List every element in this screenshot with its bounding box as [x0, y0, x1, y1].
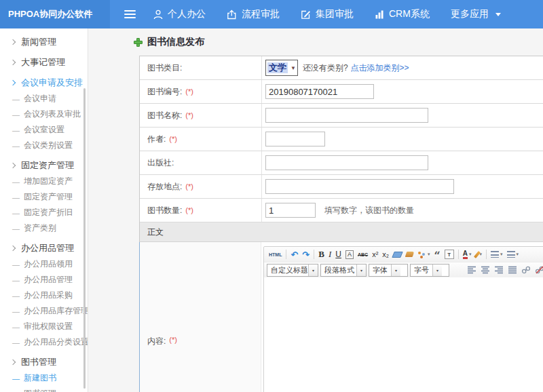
format-painter-button[interactable] [404, 248, 415, 260]
sidebar-item-book-new[interactable]: —新建图书 [0, 370, 88, 386]
sidebar-item-supplies-purchase[interactable]: —办公用品采购 [0, 288, 88, 303]
add-plus-icon [134, 38, 143, 47]
strikethrough-button[interactable]: ABC [356, 248, 370, 260]
custom-title-select[interactable]: 自定义标题▾ [267, 264, 318, 277]
nav-group-approval[interactable]: 集团审批 [301, 8, 354, 20]
sidebar-group-assets[interactable]: 固定资产管理 [0, 157, 88, 174]
book-code-input[interactable] [265, 84, 374, 99]
sidebar-item-asset-category[interactable]: —资产类别 [0, 220, 88, 236]
editor-content-area[interactable] [264, 277, 543, 392]
dash-icon: — [12, 260, 20, 269]
sidebar-item-book-manage[interactable]: —图书管理 [0, 386, 88, 392]
sidebar-group-books[interactable]: 图书管理 [0, 354, 88, 370]
unlink-button[interactable] [533, 264, 543, 276]
subscript-button[interactable]: x₂ [380, 248, 391, 260]
nav-more-apps[interactable]: 更多应用 [451, 8, 501, 20]
list-lines-icon [491, 251, 499, 258]
sidebar-item-asset-add[interactable]: —增加固定资产 [0, 174, 88, 189]
sidebar-group-supplies[interactable]: 办公用品管理 [0, 240, 88, 256]
quantity-input[interactable] [265, 203, 316, 218]
html-source-button[interactable]: HTML [267, 248, 284, 260]
form-row-publisher: 出版社: [140, 151, 543, 175]
auto-typeset-button[interactable]: ▾ [415, 248, 432, 260]
sidebar-item-label: 会议申请 [24, 93, 56, 104]
dash-icon: — [12, 209, 20, 217]
align-right-icon [494, 266, 504, 274]
nav-crm-system[interactable]: CRM系统 [375, 8, 430, 20]
book-name-input[interactable] [265, 108, 428, 123]
sidebar-item-approval-permission[interactable]: —审批权限设置 [0, 319, 88, 334]
app-logo: PHPOA协同办公软件 [0, 0, 110, 28]
bold-button[interactable]: B [316, 248, 326, 260]
align-right-button[interactable] [492, 264, 506, 276]
content-editor-cell: HTML ↶ ↷ B I U A ABC x² x₂ ▾ [261, 242, 543, 392]
sidebar-item-label: 办公用品采购 [24, 290, 73, 301]
top-navigation-bar: PHPOA协同办公软件 个人办公 流程审批 集团审批 CRM系统 更多应用 [0, 0, 543, 28]
sidebar-item-meeting-category[interactable]: —会议类别设置 [0, 138, 88, 153]
quantity-hint: 填写数字，该图书的数量 [324, 205, 414, 216]
italic-button[interactable]: I [326, 248, 333, 260]
align-left-button[interactable] [465, 264, 479, 276]
form-row-quantity: 图书数量:(*) 填写数字，该图书的数量 [140, 199, 543, 222]
sidebar-item-meeting-apply[interactable]: —会议申请 [0, 91, 88, 106]
sidebar-item-supplies-manage[interactable]: —办公用品管理 [0, 272, 88, 288]
author-input[interactable] [265, 132, 325, 146]
underline-button[interactable]: U [333, 248, 343, 260]
nav-label: 集团审批 [316, 8, 354, 20]
sidebar-group-label: 大事记管理 [21, 56, 65, 68]
align-center-button[interactable] [479, 264, 492, 276]
link-button[interactable] [519, 264, 533, 276]
font-color-button[interactable]: A▾ [461, 248, 474, 260]
paste-plain-button[interactable]: T [443, 248, 456, 260]
add-category-link[interactable]: 点击添加类别>> [351, 62, 409, 74]
sidebar-item-asset-manage[interactable]: —固定资产管理 [0, 189, 88, 205]
dash-icon: — [12, 142, 20, 150]
font-size-select[interactable]: 字号▾ [410, 264, 449, 277]
sidebar-item-label: 固定资产管理 [24, 191, 73, 203]
dash-icon: — [12, 338, 20, 347]
publisher-input[interactable] [265, 155, 428, 170]
unordered-list-button[interactable]: ▾ [505, 248, 521, 260]
font-family-select[interactable]: 字体▾ [369, 264, 408, 277]
sidebar-item-supplies-use[interactable]: —办公用品领用 [0, 256, 88, 272]
redo-button[interactable]: ↷ [300, 248, 312, 260]
sidebar-item-asset-depreciation[interactable]: —固定资产折旧 [0, 205, 88, 220]
chevron-right-icon [10, 359, 16, 365]
top-nav-menu: 个人办公 流程审批 集团审批 CRM系统 更多应用 [153, 8, 501, 20]
sidebar-scrollbar[interactable] [83, 88, 86, 389]
font-border-button[interactable]: A [343, 248, 356, 260]
ordered-list-button[interactable]: ▾ [489, 248, 505, 260]
chevron-right-icon [10, 60, 16, 65]
sidebar-group-label: 办公用品管理 [21, 242, 74, 254]
nav-workflow-approval[interactable]: 流程审批 [227, 8, 280, 20]
caret-down-icon: ▾ [428, 252, 430, 257]
paragraph-format-select[interactable]: 段落格式▾ [320, 264, 367, 277]
dash-icon: — [12, 390, 20, 392]
sidebar-group-events[interactable]: 大事记管理 [0, 54, 88, 71]
sidebar-item-label: 办公用品库存管理 [24, 305, 88, 317]
location-input[interactable] [265, 179, 454, 194]
sidebar-item-meeting-room[interactable]: —会议室设置 [0, 122, 88, 138]
sidebar-item-label: 审批权限设置 [24, 321, 73, 332]
blockquote-button[interactable]: “ [432, 248, 443, 260]
sidebar-item-supplies-category[interactable]: —办公用品分类设置 [0, 334, 88, 350]
highlight-pen-button[interactable]: ▾ [474, 248, 485, 260]
body-section-header: 正文 [140, 222, 543, 242]
field-label: 出版社: [147, 157, 174, 169]
sidebar-group-meeting[interactable]: 会议申请及安排 [0, 75, 88, 91]
sidebar-group-news[interactable]: 新闻管理 [0, 34, 88, 50]
caret-down-icon: ▾ [356, 264, 366, 276]
dash-icon: — [12, 374, 20, 383]
undo-button[interactable]: ↶ [288, 248, 300, 260]
eraser-button[interactable] [391, 248, 404, 260]
sidebar-item-supplies-stock[interactable]: —办公用品库存管理 [0, 303, 88, 319]
superscript-button[interactable]: x² [370, 248, 380, 260]
form-row-location: 存放地点:(*) [140, 175, 543, 199]
dash-icon: — [12, 323, 20, 331]
category-select[interactable]: 文学 ▼ [265, 60, 298, 76]
nav-personal-office[interactable]: 个人办公 [153, 8, 206, 20]
menu-toggle-button[interactable] [124, 10, 136, 18]
align-justify-button[interactable] [506, 264, 519, 276]
sidebar-item-label: 图书管理 [24, 388, 56, 392]
sidebar-item-meeting-list[interactable]: —会议列表及审批 [0, 106, 88, 122]
